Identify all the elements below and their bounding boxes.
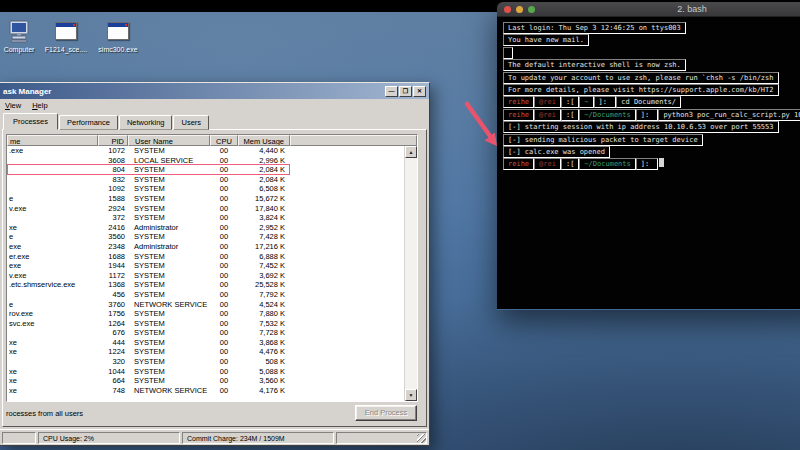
process-mem: 25,528 K [238, 280, 290, 290]
column-header-name[interactable]: me [7, 135, 98, 146]
process-row[interactable]: 676SYSTEM007,728 K [7, 328, 404, 338]
process-cpu: 00 [210, 213, 238, 223]
tab-performance[interactable]: Performance [59, 115, 118, 130]
process-row[interactable]: 1092SYSTEM006,508 K [7, 184, 404, 194]
process-mem: 7,728 K [238, 328, 290, 338]
process-mem: 3,868 K [238, 338, 290, 348]
process-name: rov.exe [7, 309, 98, 319]
process-row[interactable]: 372SYSTEM003,824 K [7, 213, 404, 223]
process-row[interactable]: 832SYSTEM002,084 K [7, 175, 404, 185]
process-cpu: 00 [210, 300, 238, 310]
process-row[interactable]: rov.exe1756SYSTEM007,880 K [7, 309, 404, 319]
process-row[interactable]: e1588SYSTEM0015,672 K [7, 194, 404, 204]
process-cpu: 00 [210, 328, 238, 338]
process-user: SYSTEM [128, 232, 210, 242]
process-row[interactable]: exe2348Administrator0017,216 K [7, 242, 404, 252]
process-pid: 3608 [98, 156, 128, 166]
process-pid: 1172 [98, 271, 128, 281]
taskmgr-tabs: ProcessesPerformanceNetworkingUsers [0, 112, 429, 129]
column-header-pid[interactable]: PID [98, 135, 128, 146]
terminal-line: Last login: Thu Sep 3 12:46:25 on ttys00… [503, 22, 800, 34]
process-cpu: 00 [210, 376, 238, 386]
process-name: v.exe [7, 204, 98, 214]
end-process-button[interactable]: End Process [355, 405, 417, 421]
process-row[interactable]: xe748NETWORK SERVICE004,176 K [7, 386, 404, 396]
terminal-line: You have new mail. [503, 34, 800, 46]
process-pid: 456 [98, 290, 128, 300]
terminal-text: reihe [503, 158, 534, 170]
terminal-text: @rei [534, 96, 561, 108]
task-manager-titlebar[interactable]: ask Manager —❒✕ [0, 83, 429, 99]
vertical-scrollbar[interactable]: ▲ ▼ [404, 146, 417, 401]
process-cpu: 00 [210, 347, 238, 357]
maximize-button[interactable]: ❒ [399, 86, 412, 97]
process-row[interactable]: xe444SYSTEM003,868 K [7, 338, 404, 348]
terminal-text: reihe [503, 96, 534, 108]
process-row[interactable]: 320SYSTEM00508 K [7, 357, 404, 367]
process-name: .exe [7, 146, 98, 156]
terminal-output[interactable]: Last login: Thu Sep 3 12:46:25 on ttys00… [497, 17, 800, 309]
terminal-text: :[ [561, 109, 579, 121]
process-row[interactable]: xe2416Administrator002,952 K [7, 223, 404, 233]
status-segment-resize-grip[interactable] [336, 432, 427, 444]
process-row[interactable]: xe1224SYSTEM004,476 K [7, 347, 404, 357]
process-row[interactable]: exe1944SYSTEM007,452 K [7, 261, 404, 271]
terminal-text: The default interactive shell is now zsh… [503, 59, 686, 71]
process-pid: 3760 [98, 300, 128, 310]
process-cpu: 00 [210, 386, 238, 396]
close-button[interactable]: ✕ [413, 86, 426, 97]
process-row[interactable]: 3608LOCAL SERVICE002,996 K [7, 156, 404, 166]
process-mem: 4,524 K [238, 300, 290, 310]
process-name: xe [7, 338, 98, 348]
process-name: xe [7, 376, 98, 386]
process-user: SYSTEM [128, 319, 210, 329]
process-name: e [7, 194, 98, 204]
process-name: exe [7, 242, 98, 252]
process-name: xe [7, 347, 98, 357]
process-mem: 2,084 K [238, 165, 290, 175]
process-mem: 3,692 K [238, 271, 290, 281]
process-user: SYSTEM [128, 184, 210, 194]
process-mem: 3,824 K [238, 213, 290, 223]
menu-item-view[interactable]: View [5, 101, 21, 110]
commit-charge-status: Commit Charge: 234M / 1509M [182, 432, 334, 444]
process-mem: 7,792 K [238, 290, 290, 300]
process-row[interactable]: .etc.shmservice.exe1368SYSTEM0025,528 K [7, 280, 404, 290]
process-cpu: 00 [210, 261, 238, 271]
process-row[interactable]: xe664SYSTEM003,560 K [7, 376, 404, 386]
process-name [7, 213, 98, 223]
process-row[interactable]: .exe1072SYSTEM004,440 K [7, 146, 404, 156]
desktop-icon-f1214[interactable]: F1214_sce.... [39, 18, 93, 53]
process-row[interactable]: 456SYSTEM007,792 K [7, 290, 404, 300]
column-header-filler [290, 135, 417, 146]
scroll-down-button[interactable]: ▼ [405, 389, 417, 401]
tab-processes[interactable]: Processes [3, 113, 58, 130]
desktop-icon-label: simc300.exe [91, 46, 145, 53]
process-row[interactable]: 804SYSTEM002,084 K [7, 165, 404, 175]
process-mem: 6,888 K [238, 252, 290, 262]
terminal-title: 2. bash [497, 4, 800, 14]
process-pid: 1044 [98, 367, 128, 377]
show-all-processes-checkbox-label[interactable]: rocesses from all users [6, 409, 83, 418]
process-row[interactable]: er.exe1688SYSTEM006,888 K [7, 252, 404, 262]
minimize-button[interactable]: — [385, 86, 398, 97]
process-name: svc.exe [7, 319, 98, 329]
column-header-cpu[interactable]: CPU [210, 135, 238, 146]
process-row[interactable]: e3760NETWORK SERVICE004,524 K [7, 300, 404, 310]
column-header-mem[interactable]: Mem Usage [238, 135, 290, 146]
menu-item-help[interactable]: Help [32, 101, 47, 110]
process-user: SYSTEM [128, 271, 210, 281]
process-row[interactable]: xe1044SYSTEM005,088 K [7, 367, 404, 377]
scroll-up-button[interactable]: ▲ [405, 146, 417, 158]
process-cpu: 00 [210, 367, 238, 377]
process-row[interactable]: e3560SYSTEM007,428 K [7, 232, 404, 242]
process-row[interactable]: svc.exe1264SYSTEM007,532 K [7, 319, 404, 329]
tab-networking[interactable]: Networking [119, 115, 173, 130]
tab-users[interactable]: Users [173, 115, 209, 130]
process-cpu: 00 [210, 280, 238, 290]
process-row[interactable]: v.exe1172SYSTEM003,692 K [7, 271, 404, 281]
process-row[interactable]: v.exe2924SYSTEM0017,840 K [7, 204, 404, 214]
column-header-user[interactable]: User Name [128, 135, 210, 146]
desktop-icon-simc300[interactable]: simc300.exe [91, 18, 145, 53]
terminal-titlebar[interactable]: 2. bash [497, 2, 800, 17]
